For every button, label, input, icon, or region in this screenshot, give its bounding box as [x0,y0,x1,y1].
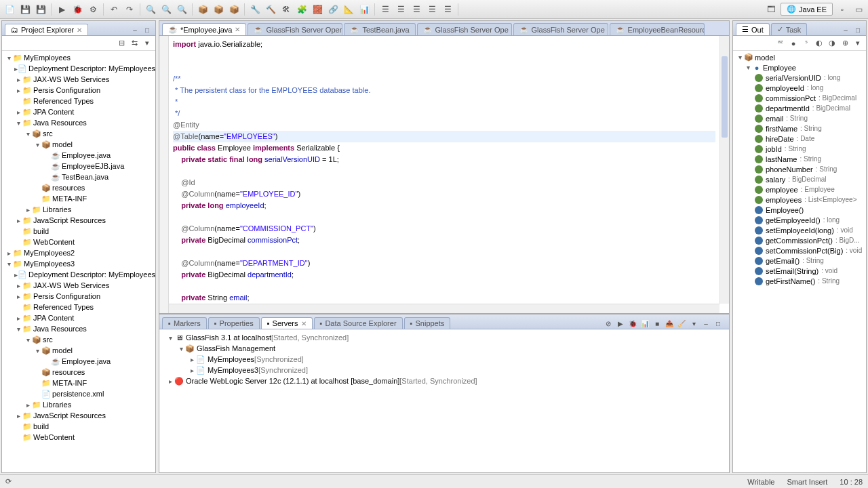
collapse-icon[interactable]: ▸ [24,206,32,214]
outline-member[interactable]: firstName: String [736,123,863,134]
collapse-icon[interactable]: ▸ [14,108,22,116]
hide-fields-icon[interactable]: ● [788,38,799,49]
code-content[interactable]: import java.io.Serializable; /** * The p… [169,36,719,304]
tree-item[interactable]: ☕Employee.java [2,150,155,161]
collapse-icon[interactable]: ▸ [14,412,22,420]
view-menu-icon[interactable]: ▾ [688,318,699,329]
collapse-all-icon[interactable]: ⊟ [116,38,127,49]
profile-server-icon[interactable]: 📊 [639,318,650,329]
focus-icon[interactable]: ⊕ [840,38,850,49]
tree-item[interactable]: ▸📁JAX-WS Web Services [2,74,155,85]
minimize-view-icon[interactable]: – [130,24,140,35]
outline-class[interactable]: ▾●Employee [736,62,863,73]
toolbar-button[interactable]: ☰ [425,3,439,16]
expand-icon[interactable]: ▾ [5,54,13,62]
outline-member[interactable]: getFirstName(): String [736,276,863,286]
tree-item[interactable]: ▸📁JavaScript Resources [2,410,155,421]
twisty-icon[interactable]: ▸ [188,367,196,374]
tree-item[interactable]: ▸📁JPA Content [2,312,155,323]
tree-item[interactable]: ☕TestBean.java [2,171,155,182]
tree-item[interactable]: ▾📁MyEmployees [2,52,155,63]
horizontal-scrollbar[interactable] [169,304,719,313]
tree-item[interactable]: ▾📁Java Resources [2,323,155,334]
expand-icon[interactable]: ▾ [24,336,32,344]
toolbar-button[interactable]: 🧩 [295,3,309,16]
outline-member[interactable]: salary: BigDecimal [736,174,863,184]
outline-member[interactable]: lastName: String [736,154,863,164]
toolbar-button[interactable]: 🔗 [326,3,340,16]
tree-item[interactable]: ▸📁JavaScript Resources [2,215,155,226]
toolbar-button[interactable]: 🔨 [264,3,277,16]
toolbar-button[interactable]: 🛠 [279,3,293,16]
maximize-bottom-icon[interactable]: □ [713,318,724,329]
toolbar-button[interactable]: 📦 [212,3,225,16]
collapse-icon[interactable]: ▸ [5,249,13,257]
maximize-view-icon[interactable]: □ [142,24,153,35]
hide-static-icon[interactable]: ˢ [801,38,812,49]
collapse-icon[interactable]: ▸ [14,293,22,300]
code-editor[interactable]: import java.io.Serializable; /** * The p… [159,36,729,313]
toolbar-button[interactable]: 🧱 [311,3,324,16]
editor-tab[interactable]: ☕TestBean.java [344,23,415,35]
outline-member[interactable]: employee: Employee [736,184,863,195]
outline-member[interactable]: hireDate: Date [736,134,863,144]
outline-member[interactable]: employeeId: long [736,83,863,93]
expand-icon[interactable]: ▾ [5,260,13,268]
server-item[interactable]: ▸📄MyEmployees3 [Synchronized] [163,365,725,375]
close-icon[interactable]: ✕ [301,320,307,327]
outline-menu-icon[interactable]: ▾ [852,38,863,49]
expand-icon[interactable]: ▾ [33,347,41,354]
outline-member[interactable]: employees: List<Employee> [736,195,863,205]
twisty-icon[interactable]: ▸ [188,356,196,363]
outline-member[interactable]: getEmail(): String [736,256,863,266]
bottom-tab[interactable]: ▪Properties [208,317,260,329]
tree-item[interactable]: 📦resources [2,182,155,193]
tree-item[interactable]: ▸📁JAX-WS Web Services [2,280,155,291]
tree-item[interactable]: ▾📦src [2,334,155,345]
close-icon[interactable]: ✕ [77,26,82,34]
outline-member[interactable]: email: String [736,113,863,123]
tree-item[interactable]: 📁Referenced Types [2,302,155,312]
outline-member[interactable]: serialVersionUID: long [736,73,863,83]
server-item[interactable]: ▾📦GlassFish Management [163,343,725,354]
toolbar-button[interactable]: 🔧 [248,3,262,16]
toolbar-button[interactable]: ☰ [441,3,454,16]
tree-item[interactable]: ▸📄Deployment Descriptor: MyEmployees [2,63,155,74]
hide-local-icon[interactable]: ◑ [827,38,837,49]
toolbar-button[interactable]: 📦 [196,3,210,16]
tree-item[interactable]: 📁META-INF [2,193,155,204]
toolbar-button[interactable]: ☰ [378,3,392,16]
toolbar-button[interactable]: ☰ [394,3,408,16]
perspective-button[interactable]: 🌐 Java EE [781,3,833,16]
tree-item[interactable]: ☕EmployeeEJB.java [2,161,155,171]
tree-item[interactable]: ▸📁Persis Configuration [2,291,155,302]
toolbar-button[interactable]: 🔍 [159,3,173,16]
servers-tree[interactable]: ▾🖥GlassFish 3.1 at localhost [Started, S… [159,329,729,472]
maximize-icon[interactable]: ▭ [852,3,865,16]
outline-member[interactable]: setEmail(String): void [736,266,863,276]
tree-item[interactable]: ▸📁Persis Configuration [2,85,155,96]
tree-item[interactable]: 📦resources [2,367,155,378]
collapse-icon[interactable]: ▸ [14,87,22,94]
server-item[interactable]: ▾🖥GlassFish 3.1 at localhost [Started, S… [163,332,725,343]
outline-member[interactable]: jobId: String [736,144,863,154]
tree-item[interactable]: 📁Referenced Types [2,96,155,106]
outline-member[interactable]: commissionPct: BigDecimal [736,93,863,103]
toolbar-button[interactable]: 💾 [34,3,47,16]
outline-tab[interactable]: ☰Out [736,23,770,35]
debug-server-icon[interactable]: 🐞 [627,318,638,329]
outline-member[interactable]: Employee() [736,205,863,215]
tree-item[interactable]: ▾📦src [2,128,155,139]
no-servers-icon[interactable]: ⊘ [603,318,614,329]
twisty-icon[interactable]: ▾ [166,334,174,342]
collapse-icon[interactable]: ▸ [14,282,22,289]
editor-tab[interactable]: ☕*Employee.java✕ [162,23,246,35]
tree-item[interactable]: ▸📄Deployment Descriptor: MyEmployeesC [2,269,155,280]
tree-item[interactable]: 📁WebContent [2,432,155,443]
tree-item[interactable]: 📁build [2,226,155,237]
clean-icon[interactable]: 🧹 [676,318,687,329]
server-item[interactable]: ▸📄MyEmployees [Synchronized] [163,354,725,365]
outline-member[interactable]: setCommissionPct(Big): void [736,245,863,256]
outline-member[interactable]: getCommissionPct(): BigD... [736,235,863,245]
toolbar-button[interactable]: 🔍 [144,3,157,16]
